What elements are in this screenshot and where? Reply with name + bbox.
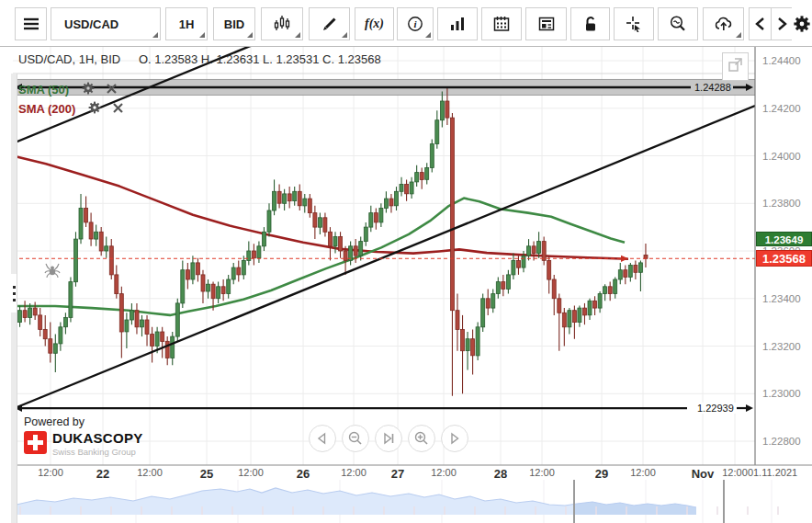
crosshair-icon	[625, 15, 643, 33]
functions-button[interactable]: f(x)	[355, 7, 394, 40]
chevron-left-icon	[753, 16, 768, 32]
sma50-remove-icon[interactable]	[106, 83, 118, 97]
sma200-settings-gear-icon[interactable]	[88, 101, 101, 117]
bar-chart-icon	[448, 15, 467, 33]
time-axis-label[interactable]: 25	[200, 467, 213, 481]
last-price-badge: 1.23568	[756, 250, 812, 267]
time-axis-label[interactable]: 29	[595, 467, 608, 481]
branding: Powered by DUKASCOPY Swiss Banking Group	[24, 415, 143, 457]
lock-icon	[581, 15, 600, 33]
time-axis-label[interactable]: 12:00	[529, 467, 555, 478]
price-side-select[interactable]: BID	[213, 7, 255, 40]
time-axis-label[interactable]: 27	[391, 467, 404, 481]
price-axis-label: 1.23000	[762, 388, 801, 399]
indicators-button[interactable]	[437, 7, 478, 40]
instrument-label: USD/CAD	[61, 17, 122, 31]
fx-icon: f(x)	[365, 17, 384, 31]
price-axis-label: 1.23200	[762, 341, 801, 352]
dukascopy-swiss-logo	[24, 431, 47, 454]
time-axis-label[interactable]: 12:00	[238, 467, 264, 478]
price-axis-label: 1.23800	[762, 198, 801, 209]
dropdown-corner-icon	[295, 32, 300, 38]
level-price-label: 1.22939	[694, 403, 737, 414]
price-axis-label: 1.22800	[762, 436, 801, 447]
cloud-save-button[interactable]	[703, 7, 744, 40]
zoom-in-nav-button[interactable]	[408, 425, 435, 452]
sma200-label: SMA (200)	[18, 102, 75, 116]
cloud-upload-icon	[714, 15, 734, 33]
indicator-row-sma200: SMA (200)	[18, 101, 124, 117]
time-axis-label[interactable]: 12:00	[431, 467, 457, 478]
chart-type-button[interactable]	[261, 7, 303, 40]
crosshair-button[interactable]	[614, 7, 654, 40]
chevron-right-icon	[774, 16, 789, 32]
spider-icon[interactable]	[44, 262, 61, 282]
play-button[interactable]	[441, 425, 468, 452]
info-icon: i	[406, 15, 424, 33]
info-button[interactable]: i	[397, 7, 434, 40]
hamburger-icon	[22, 15, 40, 33]
dukascopy-wordmark: DUKASCOPY	[52, 431, 143, 445]
news-button[interactable]	[525, 7, 567, 40]
step-back-button[interactable]	[309, 425, 336, 452]
time-axis-label[interactable]: 01.11.2021	[748, 467, 797, 478]
draw-tools-button[interactable]	[309, 7, 350, 40]
time-axis-label[interactable]: 12:00	[630, 467, 656, 478]
ask-price-badge: 1.23649	[756, 232, 812, 246]
toolbar: USD/CAD 1H BID f(x) i	[0, 0, 812, 47]
timeframe-label: 1H	[175, 17, 198, 31]
panel-drag-handle[interactable]	[11, 274, 17, 313]
go-to-latest-button[interactable]	[375, 425, 402, 452]
dropdown-corner-icon	[342, 32, 347, 38]
time-axis-label[interactable]: 12:00	[38, 467, 63, 478]
time-axis-label[interactable]: Nov	[692, 467, 715, 481]
price-axis-label: 1.24400	[762, 55, 801, 66]
pencil-icon	[321, 15, 339, 33]
level-price-label: 1.24288	[694, 82, 731, 93]
dropdown-corner-icon	[425, 32, 431, 38]
time-axis-label[interactable]: 22	[96, 467, 109, 481]
legend-ohlc: O. 1.23583 H. 1.23631 L. 1.23531 C. 1.23…	[139, 52, 381, 66]
time-axis-label[interactable]: 28	[494, 467, 507, 481]
price-axis-label: 1.24200	[762, 103, 801, 114]
scroll-back-button[interactable]	[749, 7, 771, 40]
sma50-settings-gear-icon[interactable]	[82, 82, 95, 97]
panel-divider	[11, 74, 17, 523]
zoom-out-nav-button[interactable]	[342, 425, 369, 452]
gear-icon	[793, 15, 811, 33]
price-axis-label: 1.23400	[762, 293, 801, 304]
detach-chart-button[interactable]	[722, 52, 749, 81]
price-axis-label: 1.24000	[762, 151, 801, 162]
dropdown-corner-icon	[199, 32, 205, 38]
chart-nav-buttons	[309, 425, 468, 452]
instrument-select[interactable]: USD/CAD	[51, 7, 161, 40]
zoom-out-button[interactable]	[658, 7, 698, 40]
open-in-window-icon	[727, 56, 744, 77]
indicator-row-sma50: SMA (50)	[18, 82, 118, 97]
menu-button[interactable]	[15, 7, 47, 40]
settings-button[interactable]	[792, 7, 812, 40]
powered-by-text: Powered by	[24, 415, 143, 428]
time-axis-label[interactable]: 26	[297, 467, 310, 481]
dukascopy-tagline: Swiss Banking Group	[52, 447, 143, 457]
lock-button[interactable]	[570, 7, 610, 40]
scroll-forward-button[interactable]	[771, 7, 793, 40]
svg-text:i: i	[413, 18, 417, 29]
dropdown-corner-icon	[247, 32, 253, 38]
trading-app-window: USD/CAD 1H BID f(x) i	[0, 0, 812, 523]
sma200-remove-icon[interactable]	[112, 102, 124, 117]
price-side-label: BID	[220, 17, 248, 31]
calendar-button[interactable]	[481, 7, 522, 40]
time-axis-label[interactable]: 12:00	[137, 467, 163, 478]
chart-legend: USD/CAD, 1H, BID O. 1.23583 H. 1.23631 L…	[18, 52, 381, 66]
sma50-label: SMA (50)	[18, 83, 69, 97]
candlestick-icon	[273, 15, 291, 33]
time-axis-label[interactable]: 12:00	[722, 467, 748, 478]
timeframe-select[interactable]: 1H	[165, 7, 208, 40]
magnifier-wave-icon	[669, 15, 687, 33]
legend-instrument: USD/CAD, 1H, BID	[18, 52, 120, 66]
news-icon	[537, 15, 556, 33]
dropdown-corner-icon	[152, 32, 158, 38]
calendar-icon	[492, 15, 511, 33]
time-axis-label[interactable]: 12:00	[341, 467, 367, 478]
